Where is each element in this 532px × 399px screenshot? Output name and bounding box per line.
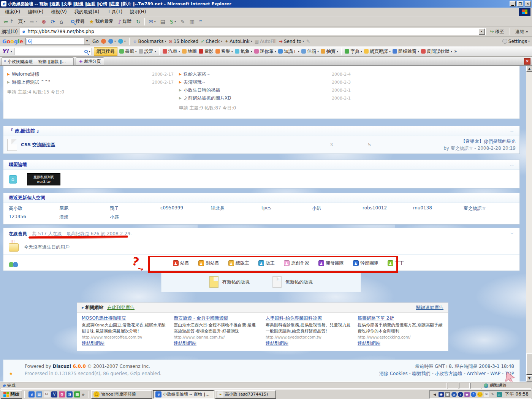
menu-view[interactable]: 檢視(V) [48,8,70,16]
yahoo-item-settings[interactable]: 設定▾ [139,48,156,55]
space-link[interactable]: 夏之物語☆ [464,205,514,212]
menu-tools[interactable]: 工具(T) [103,8,126,16]
close-button[interactable]: ✕ [525,1,531,6]
topic-title[interactable]: Welome游標 [12,71,150,78]
topic-title[interactable]: 送給大家搭~ [184,71,330,78]
ad-visit-link[interactable]: 連結到網站 [266,340,352,347]
wap-link[interactable]: WAP [490,371,500,376]
vertical-scrollbar[interactable]: ▲ ▼ [526,66,532,382]
ad-visit-link[interactable]: 連結到網站 [358,340,443,347]
publish-ad-link[interactable]: 在此刊登廣告 [107,304,135,311]
forum-link[interactable]: CSS 交流語法區 [21,142,310,148]
wireless-icon[interactable]: ◉ [439,392,444,397]
yahoo-overflow-button[interactable]: » [454,49,457,54]
discuss-button[interactable]: ❞ [197,18,204,25]
home-button[interactable]: ⌂ [58,18,65,25]
edit-button[interactable]: ✎ [179,18,187,25]
quick-launch-mail-icon[interactable]: ✉ [44,391,50,397]
clock[interactable]: 下午 06:58 [505,391,529,397]
quick-launch-antivirus-icon[interactable]: V [51,391,57,397]
maximize-button[interactable]: ❐ [517,1,523,6]
ad-title-link[interactable]: 喬安旅遊 - 金典中國新遊蹤 [174,315,260,321]
topic-row[interactable]: ▶ 游標上傳測試 ^^" 2008-2-17 [7,78,174,86]
app-purple-icon[interactable]: ◆ [464,392,470,397]
yahoo-item-popup-blocker[interactable]: 阻擋跳窗▾ [393,48,419,55]
yahoo-item-auction[interactable]: 拍賣▾ [321,48,338,55]
yahoo-item-dictionary[interactable]: 字典▾ [345,48,362,55]
search-button[interactable]: 搜尋 [69,17,87,25]
ad-title-link[interactable]: 大學眼科-給你專業眼科診療 [266,315,352,321]
notes-button[interactable]: ▥ [188,18,196,25]
topic-row[interactable]: ▶ 小政生日時的祝福 2008-2-1 [179,86,351,94]
refresh-button[interactable]: ⟳ [49,18,57,25]
space-link[interactable]: 小露 [110,214,160,220]
stop-button[interactable]: ⊗ [40,18,48,25]
google-go-button[interactable]: Go [92,39,99,44]
scrollbar-thumb[interactable] [526,353,532,375]
google-autolink-button[interactable]: ✦AutoLink▾ [225,39,252,44]
lastpost-byline[interactable]: by 夏之物語☆ - 2008-2-28 20:19 [390,145,516,152]
lastpost-title[interactable]: 【音樂盒】你們是我的星光 [390,138,516,145]
yahoo-item-weather[interactable]: 氣象▾ [235,48,252,55]
forward-button[interactable]: ⇨▾ [28,18,39,25]
go-button[interactable]: ↪移至 [488,28,507,35]
app-i-icon[interactable]: i [458,392,463,397]
collapse-icon[interactable]: ︿ [510,128,514,134]
yahoo-item-cars[interactable]: 汽車▾ [163,48,180,55]
keyword-ads-link[interactable]: 關鍵連結廣告 [416,304,443,311]
yahoo-search-input[interactable]: ▾ [14,48,92,55]
url-input[interactable]: e http://bbs.tw789.net/bbs.php ▾ [20,28,486,35]
pen-tray-icon[interactable]: ✎ [490,392,496,397]
yahoo-logo-dropdown-icon[interactable]: ▾ [11,50,12,53]
google-check-button[interactable]: ✓Check▾ [201,39,222,44]
menu-file[interactable]: 檔案(F) [2,8,24,16]
links-button[interactable]: 連結» [513,28,530,35]
menu-favorites[interactable]: 我的最愛(A) [71,8,103,16]
google-extras-button[interactable]: ▾ [108,39,116,44]
google-bookmarks-button[interactable]: ☆Bookmarks▾ [133,39,166,44]
yahoo-item-music[interactable]: 音樂▾ [215,48,233,55]
tabbar-close-button[interactable]: ✕ [524,58,530,65]
url-dropdown-icon[interactable]: ▾ [479,28,485,35]
clear-cookies-link[interactable]: 清除 Cookies [379,371,408,376]
space-link[interactable]: 鴨子 [110,205,160,212]
media-button[interactable]: ♪媒體 [116,17,133,25]
messenger-smiley-icon[interactable]: ☺ [477,392,483,397]
yahoo-item-bookmarks[interactable]: 書籤▾ [119,48,137,55]
yahoo-item-maps[interactable]: 地圖 [182,48,197,55]
contact-link[interactable]: 聯繫我們 [412,371,431,376]
topic-row[interactable]: ▶ 送給大家搭~ 2008-2-4 [179,70,351,78]
topic-title[interactable]: 去清境玩~ [184,79,330,86]
scroll-down-button[interactable]: ▼ [526,375,532,382]
network-icon[interactable]: ▣ [445,392,450,397]
google-sendto-button[interactable]: ➔Send to▾ [279,39,304,44]
official-forum-link[interactable]: 小政官方論壇 [435,371,462,376]
ad-visit-link[interactable]: 連結到網站 [174,340,260,347]
google-search-input[interactable]: G ▾ [25,38,90,45]
quick-launch-desktop-icon[interactable]: ▦ [36,391,42,397]
archiver-link[interactable]: Archiver [467,371,486,376]
google-news-icon[interactable] [101,39,106,44]
yahoo-search-button[interactable]: 網頁搜尋 [94,47,117,56]
topic-title[interactable]: 游標上傳測試 ^^" [12,79,150,86]
ad-title-link[interactable]: MOSOR馬仕得咖啡豆 [82,315,168,321]
home-site-icon[interactable]: ⌂ [9,175,17,184]
space-link[interactable]: mu0138 [413,205,464,212]
quick-launch-picasa-icon[interactable]: ▩ [74,391,80,397]
yahoo-logo[interactable]: Y! [2,48,9,55]
app-a-icon[interactable]: a [451,392,457,397]
yahoo-item-mail[interactable]: 信箱▾ [301,48,319,55]
collapse-icon[interactable]: ﹀ [510,231,514,237]
history-button[interactable]: ↻ [134,18,142,25]
task-forum-window[interactable]: e 小政娛樂論壇 -- 寵物 ‖... [153,390,214,399]
quick-launch-overflow-icon[interactable]: » [82,392,85,397]
google-search-dropdown-icon[interactable]: ▾ [84,38,90,44]
space-link[interactable]: 屁屁 [59,205,110,212]
task-yahoo-messenger[interactable]: ☺ Yahoo!奇摩即時通 [91,390,152,399]
start-button[interactable]: 開始 [1,390,22,399]
ad-visit-link[interactable]: 連結到網站 [82,340,168,347]
messenger-button[interactable]: S▾ [168,18,178,25]
topic-row[interactable]: ▶ 之前網站被抓的圖片XD 2008-2-1 [179,94,351,102]
yahoo-item-translate[interactable]: 網頁翻譯▾ [364,48,391,55]
menu-edit[interactable]: 編輯(E) [24,8,47,16]
